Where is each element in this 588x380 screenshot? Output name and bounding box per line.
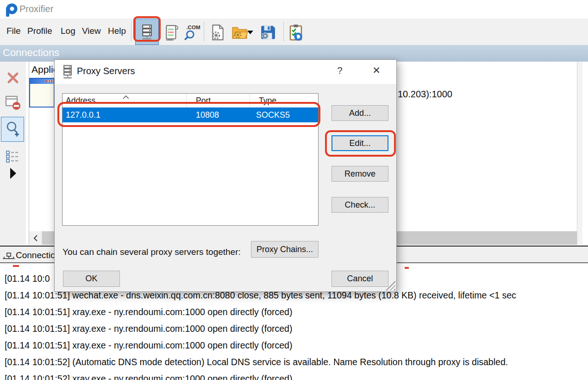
rules-scroll-icon <box>164 24 180 41</box>
dialog-titlebar[interactable]: Proxy Servers ? ✕ <box>55 60 396 84</box>
ok-button[interactable]: OK <box>63 271 120 287</box>
chain-hint-label: You can chain several proxy servers toge… <box>63 247 241 257</box>
details-view-button[interactable] <box>5 149 21 165</box>
log-line: [01.14 10:01:51] xray.exe - ny.rendoumi.… <box>5 340 292 351</box>
proxy-server-list[interactable]: Address Port Type 127.0.0.1 10808 SOCKS5 <box>62 93 319 226</box>
window-block-icon <box>5 95 21 110</box>
sort-ascending-icon <box>123 95 129 99</box>
dialog-help-button[interactable]: ? <box>334 65 345 76</box>
expand-button[interactable] <box>5 165 21 181</box>
red-annotation-fragment <box>405 267 409 269</box>
proxy-servers-icon <box>139 24 155 40</box>
chevron-left-icon <box>33 234 38 242</box>
menu-file[interactable]: File <box>6 26 21 36</box>
check-button[interactable]: Check... <box>332 197 388 213</box>
proxy-address: 127.0.0.1 <box>66 110 100 120</box>
chevron-down-icon <box>247 31 253 34</box>
proxy-servers-button[interactable] <box>135 19 159 45</box>
remove-button[interactable]: Remove <box>332 166 388 182</box>
red-annotation-fragment <box>13 265 19 267</box>
toolbar-separator <box>131 22 131 42</box>
close-connection-button[interactable] <box>5 70 21 86</box>
toolbar-separator <box>283 22 284 42</box>
name-resolution-button[interactable]: .COM <box>182 24 201 41</box>
scroll-left-button[interactable] <box>29 231 42 245</box>
menu-log[interactable]: Log <box>61 26 75 36</box>
menu-toolbar: File Profile Log View Help .COM <box>0 19 588 45</box>
log-line: [01.14 10:01:51] xray.exe - ny.rendoumi.… <box>5 323 292 334</box>
connections-tab-icon <box>2 252 15 261</box>
log-line: [01.14 10:0 <box>5 273 50 284</box>
proxy-row-selected[interactable]: 127.0.0.1 10808 SOCKS5 <box>63 108 318 122</box>
edit-button[interactable]: Edit... <box>332 135 388 151</box>
log-line: [01.14 10:01:51] xray.exe - ny.rendoumi.… <box>5 307 292 317</box>
column-port[interactable]: Port <box>196 96 211 106</box>
menu-view[interactable]: View <box>82 26 101 36</box>
new-profile-button[interactable] <box>208 24 227 41</box>
clipboard-check-icon <box>289 24 303 41</box>
svg-text:.COM: .COM <box>186 25 200 30</box>
proxy-type: SOCKS5 <box>256 110 290 120</box>
proxy-chains-button[interactable]: Proxy Chains... <box>251 241 319 258</box>
connection-row-partial-text: 10.203):1000 <box>398 89 452 100</box>
open-profile-dropdown[interactable] <box>245 24 255 41</box>
play-arrow-icon <box>9 167 17 179</box>
zoom-in-button[interactable] <box>1 117 24 142</box>
window-titlebar: Proxifier <box>0 0 588 19</box>
list-details-icon <box>6 150 20 163</box>
add-button[interactable]: Add... <box>332 105 388 121</box>
close-x-icon <box>6 71 20 85</box>
dialog-close-button[interactable]: ✕ <box>370 65 382 76</box>
column-type[interactable]: Type <box>259 96 276 106</box>
thumbnail-window-controls <box>46 80 53 82</box>
cancel-button[interactable]: Cancel <box>332 271 388 287</box>
profile-file-gear-icon <box>210 24 225 41</box>
list-header: Address Port Type <box>63 94 318 108</box>
banner-label: Connections <box>3 47 59 59</box>
vertical-scrollbar[interactable] <box>577 62 582 245</box>
log-line: [01.14 10:01:52] (Automatic DNS mode det… <box>5 357 508 367</box>
com-search-icon: .COM <box>182 24 201 41</box>
column-divider <box>186 94 187 108</box>
system-check-button[interactable] <box>286 24 306 41</box>
magnifier-plus-icon <box>4 120 21 138</box>
block-window-button[interactable] <box>5 95 21 110</box>
proxification-rules-button[interactable] <box>162 24 181 41</box>
proxy-servers-dialog-icon <box>61 65 74 79</box>
toolbar-separator <box>204 22 204 42</box>
column-address[interactable]: Address <box>66 96 95 106</box>
proxy-port: 10808 <box>196 110 219 120</box>
application-window-thumbnail <box>29 78 55 108</box>
dialog-title: Proxy Servers <box>77 66 135 76</box>
save-disk-gear-icon <box>260 25 275 40</box>
proxy-servers-dialog: Proxy Servers ? ✕ Address Port Type 127.… <box>54 59 397 292</box>
menu-help[interactable]: Help <box>108 26 126 36</box>
save-profile-button[interactable] <box>258 24 277 41</box>
proxifier-logo-icon <box>5 3 18 17</box>
app-title: Proxifier <box>19 4 53 14</box>
menu-profile[interactable]: Profile <box>27 26 52 36</box>
thumbnail-titlebar <box>30 79 54 84</box>
column-divider <box>250 94 250 108</box>
log-line: [01.14 10:01:52] xray.exe - ny.rendoumi.… <box>5 374 292 380</box>
side-toolbar <box>0 62 26 245</box>
